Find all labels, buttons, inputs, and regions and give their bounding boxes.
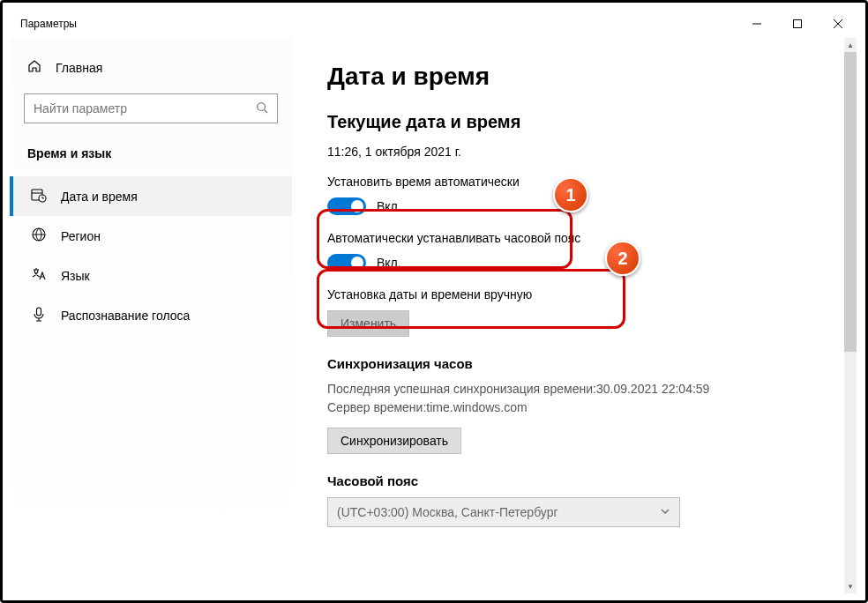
home-nav[interactable]: Главная — [10, 52, 292, 83]
maximize-button[interactable] — [777, 10, 818, 38]
section-timezone: Часовой пояс — [327, 473, 823, 488]
sidebar-item-label: Регион — [61, 229, 101, 243]
timezone-value: (UTC+03:00) Москва, Санкт-Петербург — [337, 505, 558, 519]
window-controls — [737, 10, 858, 38]
sidebar: Главная Найти параметр Время и язык — [10, 38, 292, 593]
sidebar-item-label: Дата и время — [61, 190, 138, 204]
server-value: time.windows.com — [426, 400, 527, 414]
change-button[interactable]: Изменить — [327, 310, 409, 337]
home-label: Главная — [56, 61, 102, 75]
setting-label: Автоматически устанавливать часовой пояс — [327, 231, 823, 245]
titlebar: Параметры — [10, 10, 858, 38]
sidebar-item-label: Распознавание голоса — [61, 309, 190, 323]
last-sync-value: 30.09.2021 22:04:59 — [596, 382, 709, 396]
search-input[interactable]: Найти параметр — [24, 93, 278, 123]
svg-rect-0 — [794, 20, 802, 28]
search-icon — [256, 101, 268, 116]
section-sync: Синхронизация часов — [327, 356, 823, 371]
close-button[interactable] — [818, 10, 858, 38]
sync-now-button[interactable]: Синхронизировать — [327, 428, 461, 454]
globe-icon — [31, 227, 47, 245]
microphone-icon — [31, 306, 47, 324]
svg-point-1 — [258, 102, 266, 110]
setting-auto-time: Установить время автоматически Вкл. — [327, 175, 823, 215]
setting-label: Установить время автоматически — [327, 175, 823, 189]
setting-manual: Установка даты и времени вручную Изменит… — [327, 287, 823, 337]
scrollbar[interactable]: ▲ ▼ — [844, 38, 857, 593]
last-sync-label: Последняя успешная синхронизация времени… — [327, 382, 596, 396]
chevron-down-icon — [660, 505, 670, 519]
server-label: Сервер времени: — [327, 400, 426, 414]
setting-auto-timezone: Автоматически устанавливать часовой пояс… — [327, 231, 823, 272]
sidebar-item-label: Язык — [61, 269, 90, 283]
home-icon — [27, 59, 41, 76]
toggle-state: Вкл. — [377, 199, 401, 213]
search-placeholder: Найти параметр — [34, 101, 127, 115]
scroll-up-arrow[interactable]: ▲ — [844, 38, 857, 52]
toggle-auto-time[interactable] — [327, 197, 366, 215]
page-title: Дата и время — [327, 63, 823, 91]
main-panel: Дата и время Текущие дата и время 11:26,… — [292, 38, 858, 593]
calendar-clock-icon — [31, 187, 47, 205]
sidebar-item-language[interactable]: Язык — [10, 256, 292, 295]
sidebar-item-speech[interactable]: Распознавание голоса — [10, 295, 292, 335]
minimize-button[interactable] — [737, 10, 777, 38]
sidebar-category: Время и язык — [10, 139, 292, 176]
sidebar-item-date-time[interactable]: Дата и время — [10, 176, 292, 216]
toggle-auto-timezone[interactable] — [327, 254, 366, 272]
current-datetime: 11:26, 1 октября 2021 г. — [327, 145, 823, 159]
timezone-select[interactable]: (UTC+03:00) Москва, Санкт-Петербург — [327, 497, 680, 527]
section-current-datetime: Текущие дата и время — [327, 112, 823, 132]
sidebar-item-region[interactable]: Регион — [10, 216, 292, 256]
setting-label: Установка даты и времени вручную — [327, 287, 823, 302]
scroll-down-arrow[interactable]: ▼ — [844, 579, 857, 593]
window-title: Параметры — [20, 18, 77, 30]
language-icon — [31, 266, 47, 285]
toggle-state: Вкл. — [377, 256, 401, 270]
svg-rect-5 — [37, 308, 41, 316]
scroll-thumb[interactable] — [844, 52, 857, 352]
sync-info: Последняя успешная синхронизация времени… — [327, 380, 823, 417]
